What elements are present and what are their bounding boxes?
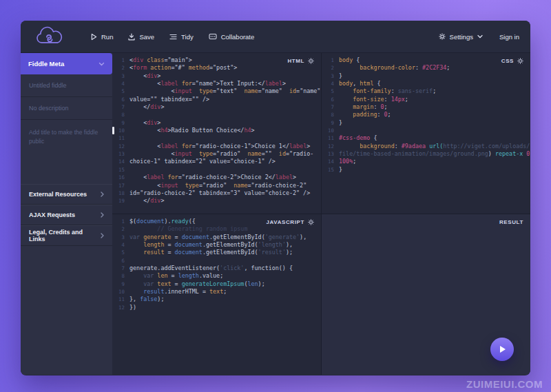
code-line: 11 [116,134,321,142]
code-line: 11#css-demo { [326,134,530,142]
css-panel-title: CSS [501,58,514,64]
settings-menu-button[interactable]: Settings [439,33,483,41]
html-panel-header: HTML [287,58,314,64]
code-line: 6value="" tabindex="" /> [116,96,321,103]
code-line: 8 padding: 0; [326,111,530,118]
settings-label: Settings [450,33,473,41]
code-line: 13file/time-based-animation/images/groun… [326,150,530,158]
run-button[interactable]: Run [91,33,113,41]
javascript-panel-header: JAVASCRIPT [267,219,315,225]
editor-grid: HTML 1<div class="main">2<form action="#… [112,53,530,375]
code-line: 5 font-family: sans-serif; [326,87,530,95]
css-editor-panel[interactable]: CSS 1body {2 background-color: #2C2F34;3… [322,53,530,214]
code-line: 2<form action="#" method="post"> [116,64,321,72]
collaborate-label: Collaborate [221,33,255,41]
code-line: 6 [116,257,321,265]
code-line: 19 </div> [116,197,321,205]
collaborate-icon [209,33,217,40]
fiddle-description-input[interactable]: No description [21,97,112,120]
chevron-right-icon [101,212,104,218]
play-icon [91,33,97,41]
chevron-right-icon [101,192,104,197]
sidebar-item-external-resources[interactable]: External Resources [21,184,112,205]
code-line: 15 [116,166,321,174]
code-line: 18id="radio-choice-2" tabindex="3" value… [116,189,321,197]
chevron-right-icon [101,233,104,238]
tidy-button[interactable]: Tidy [169,33,194,41]
code-line: 2 background-color: #2C2F34; [326,64,530,72]
fiddle-title-input[interactable]: Untitled fiddle [21,74,112,97]
html-code-area[interactable]: 1<div class="main">2<form action="#" met… [112,53,321,205]
run-play-button[interactable] [490,338,514,361]
code-line: 13 <input type="radio" name="" id="radio… [116,150,321,158]
code-line: 8 [116,111,321,118]
code-line: 12 <label for="radio-choice-1">Choice 1<… [116,143,321,150]
code-line: 8 var len = length.value; [116,272,321,280]
toolbar-actions: Run Save Tidy [91,33,254,41]
result-panel: RESULT [322,214,530,375]
gear-icon[interactable] [308,219,314,225]
code-line: 6 font-size: 14px; [326,96,530,103]
tidy-lines-icon [169,34,177,40]
code-line: 17 <input type="radio" name="radio-choic… [116,182,321,189]
css-panel-header: CSS [501,58,523,64]
code-line: 10 [326,127,530,134]
code-line: 10 <h4>Radio Button Choice</h4> [116,127,321,134]
gear-icon[interactable] [517,58,523,64]
fiddle-meta-header[interactable]: Fiddle Meta [21,53,112,74]
legal-credits-links-label: Legal, Credits and Links [29,229,101,243]
chevron-down-icon [98,62,105,66]
code-line: 2 // Generating random ipsum [116,225,321,233]
code-line: 14100%; [326,158,530,165]
gear-icon[interactable] [308,58,314,64]
html-panel-title: HTML [287,58,304,64]
save-label: Save [139,33,154,41]
fiddle-app-window: Run Save Tidy [21,21,530,375]
code-line: 10 result.innerHTML = text; [116,288,321,296]
code-line: 7generate.addEventListener('click', func… [116,265,321,272]
sidebar: Fiddle Meta Untitled fiddle No descripti… [21,53,112,375]
html-editor-panel[interactable]: HTML 1<div class="main">2<form action="#… [112,53,322,214]
collaborate-button[interactable]: Collaborate [209,33,255,41]
code-line: 15} [326,166,530,174]
fiddle-meta-label: Fiddle Meta [28,60,64,68]
top-bar: Run Save Tidy [21,21,530,53]
code-line: 5 result = document.getElementById('resu… [116,249,321,256]
code-line: 1body { [326,56,530,64]
result-panel-header: RESULT [499,219,523,225]
sidebar-item-ajax-requests[interactable]: AJAX Requests [21,205,112,225]
sidebar-item-legal-credits-links[interactable]: Legal, Credits and Links [21,225,112,246]
code-line: 9} [326,119,530,127]
code-line: 7 margin: 0; [326,103,530,111]
code-line: 4body, html { [326,80,530,87]
download-icon [128,33,135,41]
code-line: 11}, false); [116,296,321,303]
topbar-right-group: Settings Sign in [439,33,519,41]
sign-in-button[interactable]: Sign in [499,33,519,41]
code-line: 7 </div> [116,103,321,111]
code-line: 9 <div> [116,119,321,127]
code-line: 3} [326,72,530,80]
external-resources-label: External Resources [29,191,87,198]
desktop-background: Run Save Tidy [0,0,551,392]
code-line: 3 <div> [116,72,321,80]
code-line: 5 <input type="text" name="name" id="nam… [116,87,321,95]
ajax-requests-label: AJAX Requests [29,212,75,218]
play-icon [499,345,506,353]
jsfiddle-cloud-logo[interactable] [34,26,65,47]
save-button[interactable]: Save [128,33,154,41]
public-hint-text: Add title to make the fiddle public [21,120,112,165]
editor-cursor-marker [112,127,114,134]
javascript-editor-panel[interactable]: JAVASCRIPT 1$(document).ready({2 // Gene… [112,214,322,375]
chevron-down-icon [477,34,483,39]
sidebar-gap [21,165,112,184]
code-line: 4 <label for="name">Text Input:</label> [116,80,321,87]
watermark-text: ZUIMEIUI.COM [466,378,543,390]
result-panel-title: RESULT [499,219,523,225]
tidy-label: Tidy [181,33,194,41]
javascript-code-area[interactable]: 1$(document).ready({2 // Generating rand… [112,214,321,311]
css-code-area[interactable]: 1body {2 background-color: #2C2F34;3}4bo… [322,53,530,174]
code-line: 12 background: #9adaea url(http://viget.… [326,143,530,150]
run-label: Run [101,33,113,41]
code-line: 14choice-1" tabindex="2" value="choice-1… [116,158,321,165]
